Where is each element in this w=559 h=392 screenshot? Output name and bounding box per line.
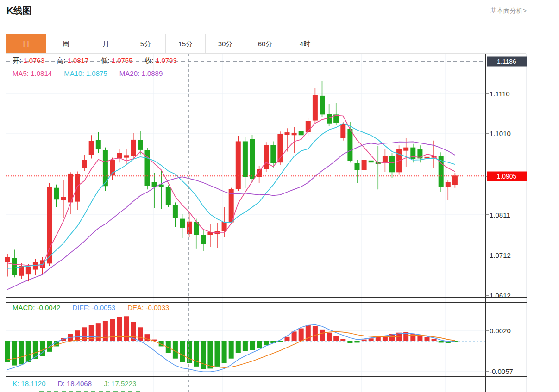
high-value: 1.0817 [67,56,88,64]
macd-tick-pos: 0.0020 [490,327,511,335]
high-price-badge: 1.1186 [487,57,527,67]
ma10-value: 1.0875 [86,69,107,77]
open-value: 1.0763 [23,56,44,64]
low-label: 低: [100,56,109,64]
ma-legend: MA5: 1.0814 MA10: 1.0875 MA20: 1.0889 [13,69,173,77]
high-label: 高: [57,56,65,64]
y-tick-11110: 1.1110 [490,90,510,98]
ohlc-legend: 开:1.0763 高:1.0817 低:1.0755 收:1.0793 [13,56,187,65]
j-label: J: [104,380,109,387]
ma20-value: 1.0889 [141,69,163,77]
dea-label: DEA: [127,304,144,311]
k-value: 18.1120 [21,380,45,387]
macd-tick-neg: -0.0057 [490,367,513,375]
diff-label: DIFF: [73,304,90,311]
j-value: 17.5223 [111,380,136,387]
low-value: 1.0755 [112,56,133,64]
d-value: 18.4068 [67,380,92,387]
close-label: 收: [145,56,154,64]
macd-histogram [5,316,458,369]
k-label: K: [13,380,19,387]
ma5-value: 1.0814 [31,69,52,77]
y-tick-10612: 1.0612 [490,292,511,299]
macd-value: -0.0042 [37,304,61,311]
kline-page: K线图 基本面分析> 日 周 月 5分 15分 30分 60分 4时 开:1.0… [0,0,559,392]
ma20-label: MA20: [119,69,139,77]
y-tick-10811: 1.0811 [490,211,510,219]
current-price-badge: 1.0905 [487,172,527,181]
close-value: 1.0793 [156,56,177,64]
ma5-label: MA5: [13,69,29,77]
dea-value: -0.0033 [145,304,169,311]
macd-label: MACD: [13,304,35,311]
macd-legend: MACD: -0.0042 DIFF: -0.0053 DEA: -0.0033 [13,304,179,311]
kdj-legend: K: 18.1120 D: 18.4068 J: 17.5223 [13,380,146,387]
y-tick-11010: 1.1010 [490,130,511,137]
y-tick-10712: 1.0712 [490,251,511,259]
d-label: D: [58,380,65,387]
diff-value: -0.0053 [92,304,115,311]
ma10-label: MA10: [64,69,84,77]
open-label: 开: [13,56,21,64]
